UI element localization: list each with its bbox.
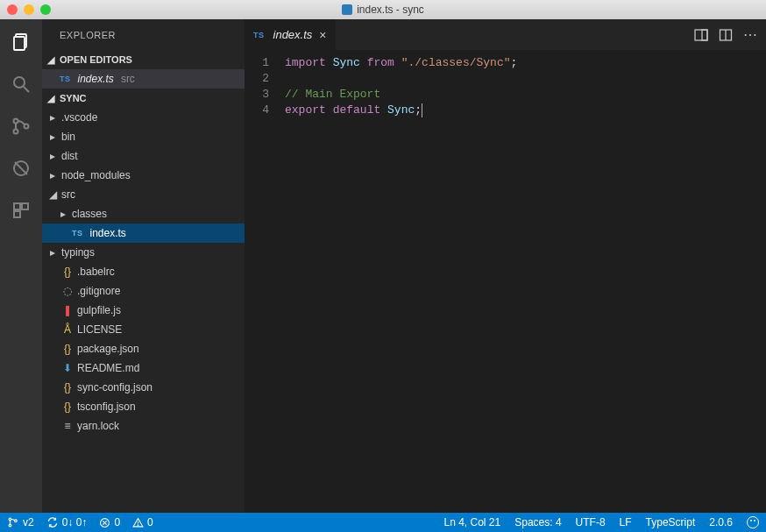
readme-icon: ⬇ [61, 362, 74, 374]
code-editor[interactable]: 1234 import Sync from "./classes/Sync"; … [245, 50, 766, 513]
svg-rect-13 [702, 30, 707, 40]
chevron-down-icon: ◢ [47, 188, 58, 201]
chevron-right-icon: ▸ [47, 169, 58, 181]
tree-item-label: sync-config.json [77, 381, 152, 394]
tab-index-ts[interactable]: TS index.ts × [245, 19, 337, 50]
window-minimize-button[interactable] [24, 4, 34, 15]
editor-actions: ⋯ [694, 19, 766, 50]
github-icon: ◌ [61, 285, 74, 297]
status-eol[interactable]: LF [620, 516, 632, 528]
tree-folder[interactable]: ▸typings [42, 243, 245, 262]
status-language[interactable]: TypeScript [646, 516, 696, 528]
vscode-icon [342, 4, 352, 15]
tree-file[interactable]: {}.babelrc [42, 262, 245, 281]
tree-folder[interactable]: ▸.vscode [42, 108, 245, 127]
tree-item-label: .gitignore [77, 285, 120, 297]
split-editor-icon[interactable] [694, 28, 708, 42]
status-sync-counts: 0↓ 0↑ [62, 516, 88, 528]
status-version: v2 [23, 516, 34, 528]
tree-folder[interactable]: ▸bin [42, 127, 245, 146]
json-icon: {} [61, 266, 74, 278]
status-encoding[interactable]: UTF-8 [576, 516, 606, 528]
tree-folder[interactable]: ◢src [42, 185, 245, 204]
svg-rect-1 [14, 37, 25, 50]
close-icon[interactable]: × [319, 28, 326, 42]
open-editors-header[interactable]: ◢ OPEN EDITORS [42, 50, 245, 69]
explorer-sidebar: EXPLORER ◢ OPEN EDITORS TS index.ts src … [42, 19, 245, 513]
tree-item-label: .babelrc [77, 266, 115, 278]
tree-file[interactable]: {}package.json [42, 339, 245, 358]
window-title: index.ts - sync [357, 4, 424, 16]
status-warnings[interactable]: 0 [132, 516, 153, 528]
open-editor-filename: index.ts [78, 73, 114, 85]
status-git-sync[interactable]: 0↓ 0↑ [46, 516, 88, 528]
svg-rect-10 [22, 203, 28, 209]
open-editors-label: OPEN EDITORS [60, 54, 132, 65]
status-cursor-position[interactable]: Ln 4, Col 21 [443, 516, 500, 528]
tree-file[interactable]: ≡yarn.lock [42, 416, 245, 436]
tree-item-label: node_modules [61, 169, 131, 181]
status-git-branch[interactable]: v2 [7, 516, 34, 528]
json-icon: {} [61, 401, 74, 413]
chevron-right-icon: ▸ [47, 246, 58, 259]
tree-item-label: LICENSE [77, 323, 122, 336]
tree-file[interactable]: ❚gulpfile.js [42, 301, 245, 320]
tree-folder[interactable]: ▸dist [42, 146, 245, 166]
tree-item-label: bin [61, 131, 75, 143]
activity-extensions[interactable] [9, 198, 33, 223]
workspace-header[interactable]: ◢ SYNC [42, 89, 245, 108]
tree-file[interactable]: TSindex.ts [42, 223, 245, 243]
activity-bar [0, 19, 42, 513]
svg-rect-11 [14, 211, 20, 217]
tree-item-label: .vscode [61, 111, 97, 124]
svg-point-16 [9, 518, 11, 521]
activity-git[interactable] [9, 114, 33, 138]
tab-filename: index.ts [273, 28, 313, 41]
svg-rect-9 [14, 203, 20, 209]
tree-item-label: src [61, 188, 75, 201]
svg-point-6 [25, 124, 29, 129]
code-content[interactable]: import Sync from "./classes/Sync"; // Ma… [285, 55, 766, 513]
tree-item-label: gulpfile.js [77, 304, 121, 316]
license-icon: Å [61, 323, 74, 336]
window-close-button[interactable] [7, 4, 18, 15]
file-icon: ≡ [61, 420, 74, 432]
chevron-right-icon: ▸ [47, 111, 58, 124]
chevron-right-icon: ▸ [47, 131, 58, 143]
status-errors[interactable]: 0 [99, 516, 120, 528]
svg-point-5 [14, 130, 18, 134]
window-zoom-button[interactable] [40, 4, 51, 15]
titlebar: index.ts - sync [0, 0, 766, 19]
chevron-down-icon: ◢ [46, 93, 56, 104]
more-icon[interactable]: ⋯ [743, 28, 757, 42]
ts-icon: TS [60, 74, 71, 83]
tree-file[interactable]: {}sync-config.json [42, 378, 245, 397]
ts-icon: TS [72, 229, 83, 238]
tree-folder[interactable]: ▸node_modules [42, 166, 245, 185]
svg-point-23 [138, 524, 138, 525]
layout-icon[interactable] [719, 28, 733, 42]
editor-group: TS index.ts × ⋯ 1234 import Sync from ".… [245, 19, 766, 513]
chevron-down-icon: ◢ [46, 54, 56, 66]
tree-folder[interactable]: ▸classes [42, 204, 245, 223]
tree-item-label: index.ts [90, 227, 126, 239]
tree-file[interactable]: ÅLICENSE [42, 320, 245, 339]
window-controls [7, 4, 51, 15]
status-bar: v2 0↓ 0↑ 0 0 Ln 4, Col 21 Spaces: 4 UTF-… [0, 513, 766, 532]
gulp-icon: ❚ [61, 304, 74, 316]
json-icon: {} [61, 343, 74, 355]
tree-file[interactable]: {}tsconfig.json [42, 397, 245, 416]
activity-debug[interactable] [9, 156, 33, 181]
status-ext-version[interactable]: 2.0.6 [709, 516, 733, 528]
file-tree: ▸.vscode▸bin▸dist▸node_modules◢src▸class… [42, 108, 245, 513]
status-error-count: 0 [114, 516, 120, 528]
status-feedback[interactable] [747, 516, 759, 528]
svg-point-4 [14, 119, 18, 124]
activity-explorer[interactable] [9, 30, 33, 54]
svg-point-2 [14, 77, 25, 88]
tree-file[interactable]: ◌.gitignore [42, 281, 245, 301]
status-indentation[interactable]: Spaces: 4 [514, 516, 561, 528]
tree-file[interactable]: ⬇README.md [42, 358, 245, 378]
activity-search[interactable] [9, 72, 33, 96]
open-editor-item[interactable]: TS index.ts src [42, 69, 245, 89]
